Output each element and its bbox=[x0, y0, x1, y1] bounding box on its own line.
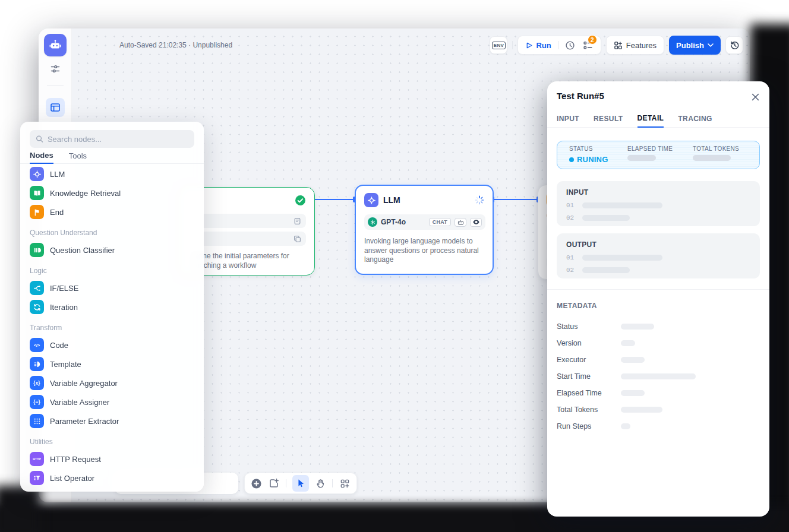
llm-node-title: LLM bbox=[383, 195, 400, 205]
node-item-question-classifier[interactable]: Question Classifier bbox=[20, 240, 204, 259]
value-skeleton bbox=[621, 390, 645, 396]
node-item-iteration[interactable]: Iteration bbox=[20, 297, 204, 316]
node-selector-panel: Nodes Tools LLM Knowledge Retrieval End … bbox=[20, 122, 204, 492]
env-icon: ENV bbox=[492, 42, 506, 49]
run-button[interactable]: Run bbox=[536, 41, 551, 50]
tab-input[interactable]: INPUT bbox=[557, 110, 579, 127]
node-item-code[interactable]: </> Code bbox=[20, 335, 204, 354]
features-label: Features bbox=[626, 41, 657, 50]
node-item-template[interactable]: Template bbox=[20, 354, 204, 373]
value-skeleton bbox=[621, 373, 696, 379]
value-skeleton bbox=[621, 407, 662, 413]
add-node-icon[interactable] bbox=[251, 477, 263, 489]
organize-blocks-icon[interactable] bbox=[339, 477, 351, 489]
metadata-row: Version bbox=[557, 335, 760, 352]
chevron-down-icon bbox=[708, 43, 714, 47]
edge-start-to-llm bbox=[315, 199, 355, 200]
pointer-mode-button[interactable] bbox=[292, 475, 308, 492]
checkpoint-clock-icon[interactable] bbox=[565, 40, 576, 50]
metadata-row: Elapsed Time bbox=[557, 385, 760, 401]
input-card: INPUT 01 02 bbox=[557, 181, 760, 226]
variable-aggregator-icon: {x} bbox=[30, 376, 44, 390]
features-grid-icon bbox=[614, 41, 623, 50]
workflow-view-button[interactable] bbox=[46, 98, 65, 117]
if-else-icon bbox=[30, 281, 44, 295]
app-logo[interactable] bbox=[44, 34, 67, 56]
tab-result[interactable]: RESULT bbox=[594, 110, 623, 127]
tab-tools[interactable]: Tools bbox=[69, 148, 87, 163]
value-skeleton bbox=[582, 215, 630, 221]
publish-button[interactable]: Publish bbox=[669, 36, 721, 55]
value-skeleton bbox=[621, 423, 630, 429]
page-dark-bottom-left bbox=[0, 486, 40, 532]
start-field-row[interactable] bbox=[190, 232, 306, 246]
tokens-skeleton bbox=[693, 155, 731, 161]
vision-eye-icon bbox=[470, 218, 482, 227]
llm-icon bbox=[30, 167, 44, 181]
llm-icon bbox=[364, 193, 378, 207]
panel-divider bbox=[547, 289, 769, 290]
start-field-row[interactable] bbox=[190, 214, 306, 228]
metadata-row: Start Time bbox=[557, 368, 760, 385]
llm-node[interactable]: LLM GPT-4o CHAT Invoking large language … bbox=[355, 185, 494, 275]
node-item-knowledge-retrieval[interactable]: Knowledge Retrieval bbox=[20, 183, 204, 202]
iteration-icon bbox=[30, 300, 44, 314]
sliders-icon[interactable] bbox=[49, 62, 62, 75]
start-node-description: Define the initial parameters for bbox=[190, 252, 289, 261]
canvas-toolbar bbox=[244, 473, 357, 494]
input-card-title: INPUT bbox=[566, 188, 750, 197]
window-icon bbox=[50, 102, 61, 113]
output-card-title: OUTPUT bbox=[566, 240, 750, 249]
variable-assigner-icon: {=} bbox=[30, 395, 44, 409]
node-item-variable-assigner[interactable]: {=} Variable Assigner bbox=[20, 392, 204, 411]
node-item-list-operator[interactable]: List Operator bbox=[20, 468, 204, 487]
node-item-end[interactable]: End bbox=[20, 202, 204, 221]
play-icon bbox=[525, 42, 533, 49]
env-button[interactable]: ENV bbox=[490, 36, 507, 54]
elapsed-time-label: ELAPSED TIME bbox=[627, 145, 693, 152]
toolbar-divider bbox=[286, 479, 286, 487]
rail-divider bbox=[47, 86, 64, 86]
search-icon bbox=[36, 135, 43, 143]
http-request-icon: HTTP bbox=[30, 452, 44, 466]
status-value: RUNING bbox=[577, 155, 608, 164]
publish-label: Publish bbox=[676, 41, 704, 50]
tab-detail[interactable]: DETAIL bbox=[637, 110, 664, 128]
pointer-icon bbox=[296, 479, 305, 488]
node-item-variable-aggregator[interactable]: {x} Variable Aggregator bbox=[20, 373, 204, 392]
template-icon bbox=[30, 357, 44, 371]
toolbar-divider bbox=[512, 41, 513, 49]
add-note-icon[interactable] bbox=[269, 477, 280, 489]
metadata-row: Status bbox=[557, 318, 760, 335]
close-button[interactable] bbox=[748, 90, 762, 104]
search-box[interactable] bbox=[30, 130, 194, 148]
section-header: Question Understand bbox=[20, 225, 204, 240]
value-skeleton bbox=[621, 324, 654, 330]
node-item-parameter-extractor[interactable]: Parameter Extractor bbox=[20, 411, 204, 430]
features-button[interactable]: Features bbox=[606, 36, 664, 55]
tab-tracing[interactable]: TRACING bbox=[678, 110, 712, 127]
value-skeleton bbox=[582, 202, 662, 208]
code-icon: </> bbox=[30, 338, 44, 352]
row-index: 02 bbox=[566, 214, 574, 221]
tab-nodes[interactable]: Nodes bbox=[30, 148, 53, 164]
value-skeleton bbox=[582, 255, 662, 261]
question-classifier-icon bbox=[30, 243, 44, 257]
node-item-llm[interactable]: LLM bbox=[20, 164, 204, 183]
hand-mode-icon[interactable] bbox=[315, 477, 327, 489]
text-field-icon bbox=[293, 217, 301, 225]
node-item-if-else[interactable]: IF/ELSE bbox=[20, 278, 204, 297]
run-group-divider bbox=[558, 41, 558, 49]
section-header: Utilities bbox=[20, 434, 204, 449]
checklist-icon[interactable]: 2 bbox=[583, 40, 594, 50]
llm-node-description: Invoking large language models to answer… bbox=[364, 237, 483, 265]
node-item-http-request[interactable]: HTTP HTTP Request bbox=[20, 449, 204, 468]
section-header: Transform bbox=[20, 320, 204, 335]
checklist-badge: 2 bbox=[588, 35, 597, 45]
knowledge-retrieval-icon bbox=[30, 186, 44, 200]
history-button[interactable] bbox=[725, 36, 743, 54]
run-panel-title: Test Run#5 bbox=[557, 91, 604, 101]
search-input[interactable] bbox=[48, 135, 188, 144]
paragraph-copy-icon bbox=[293, 235, 301, 243]
model-selector[interactable]: GPT-4o CHAT bbox=[364, 214, 485, 230]
